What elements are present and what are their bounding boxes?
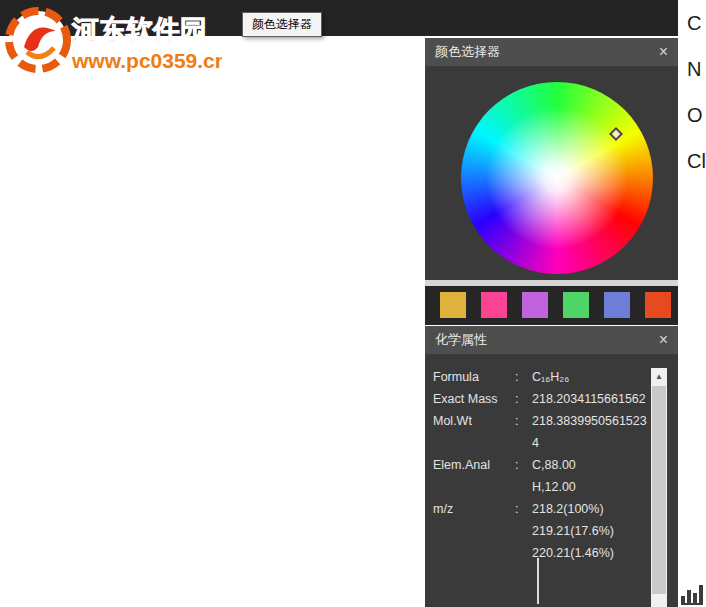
color-wheel-area [425,66,678,280]
element-button-o[interactable]: O [678,92,706,138]
tooltip: 颜色选择器 [242,12,322,37]
property-label: m/z [433,498,515,564]
scroll-up-icon[interactable]: ▲ [651,368,667,385]
color-swatch-blue[interactable] [604,292,630,318]
property-colon: : [515,498,532,564]
vertical-scrollbar[interactable]: ▲ [651,368,667,607]
chem-properties-body: Formula : C₁₆H₂₆ Exact Mass : 218.203411… [425,354,678,607]
color-picker-header: 颜色选择器 × [425,38,678,66]
top-toolbar [0,0,678,36]
chem-properties-title: 化学属性 [435,331,487,349]
element-button-cl[interactable]: Cl [678,138,706,184]
chemical-properties-panel: 化学属性 × Formula : C₁₆H₂₆ Exact Mass : 218… [425,326,678,607]
property-label: Exact Mass [433,388,515,410]
scrollbar-thumb[interactable] [652,386,666,594]
property-colon: : [515,410,532,454]
property-row-formula: Formula : C₁₆H₂₆ [433,366,678,388]
close-icon[interactable]: × [659,332,668,348]
property-colon: : [515,366,532,388]
element-button-c[interactable]: C [678,0,706,46]
property-label: Elem.Anal [433,454,515,498]
property-row-elem-anal: Elem.Anal : C,88.00 H,12.00 [433,454,678,498]
color-picker-title: 颜色选择器 [435,43,500,61]
element-button-n[interactable]: N [678,46,706,92]
property-row-mz: m/z : 218.2(100%) 219.21(17.6%) 220.21(1… [433,498,678,564]
swatch-row [425,286,678,325]
element-toolbar: C N O Cl [678,0,706,607]
color-picker-panel: 颜色选择器 × [425,38,678,325]
property-colon: : [515,454,532,498]
property-row-mol-wt: Mol.Wt : 218.3839950561523 4 [433,410,678,454]
property-label: Formula [433,366,515,388]
property-colon: : [515,388,532,410]
color-wheel-marker[interactable] [609,127,623,141]
text-caret [537,558,539,604]
color-swatch-pink[interactable] [481,292,507,318]
property-label: Mol.Wt [433,410,515,454]
color-swatch-yellow[interactable] [440,292,466,318]
close-icon[interactable]: × [659,44,668,60]
chem-properties-header: 化学属性 × [425,326,678,354]
property-row-exact-mass: Exact Mass : 218.2034115661562 [433,388,678,410]
color-wheel[interactable] [461,82,653,274]
color-swatch-green[interactable] [563,292,589,318]
color-swatch-purple[interactable] [522,292,548,318]
chart-icon[interactable] [679,576,706,606]
color-swatch-red[interactable] [645,292,671,318]
